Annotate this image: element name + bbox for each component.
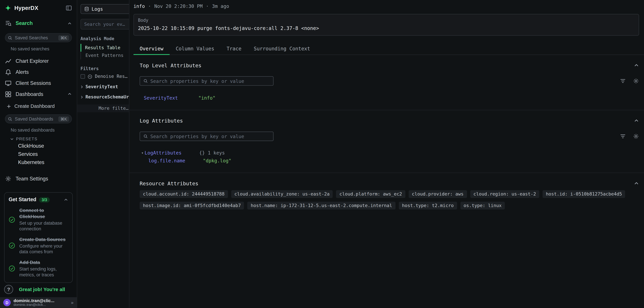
- denoise-label: Denoise Results: [95, 74, 129, 79]
- event-search-input[interactable]: [80, 19, 129, 30]
- preset-clickhouse[interactable]: ClickHouse: [0, 142, 77, 150]
- chevron-up-icon[interactable]: [68, 92, 72, 96]
- chevron-up-icon[interactable]: [634, 63, 639, 68]
- property-search[interactable]: [140, 132, 274, 141]
- database-icon: [84, 6, 89, 11]
- attribute-row: log.file.name "dpkg.log": [140, 158, 639, 163]
- saved-searches-search[interactable]: ⌘K: [5, 33, 72, 42]
- filter-lines-icon[interactable]: [620, 133, 626, 140]
- saved-searches-input[interactable]: [15, 35, 56, 40]
- resource-chip[interactable]: host.type: t2.micro: [399, 202, 457, 210]
- body-content: 2025-10-22 10:15:09 purge fonts-dejavu-c…: [138, 25, 634, 31]
- resource-chip[interactable]: cloud.provider: aws: [408, 190, 467, 198]
- denoise-checkbox[interactable]: [80, 74, 85, 79]
- tree-collapse-icon[interactable]: ▾: [141, 151, 144, 155]
- property-search-input[interactable]: [150, 78, 270, 84]
- resource-chip[interactable]: host.name: ip-172-31-12-5.us-east-2.comp…: [247, 202, 396, 210]
- filter-group-resourceschemaurl[interactable]: ResourceSchemaUrl: [80, 94, 129, 100]
- property-search[interactable]: [140, 76, 274, 86]
- attribute-key[interactable]: SeverityText: [144, 95, 198, 101]
- relative-time: 3m ago: [212, 3, 229, 9]
- more-filters-button[interactable]: More filters: [77, 104, 129, 112]
- chevron-up-icon[interactable]: [64, 197, 68, 202]
- resource-chip[interactable]: os.type: linux: [460, 202, 505, 210]
- event-search: [80, 19, 129, 30]
- collapse-sidebar-icon[interactable]: [66, 5, 72, 11]
- search-config-panel: Logs Analysis Mode Results Table Event P…: [77, 0, 129, 308]
- dashboards-grid-icon: [5, 91, 12, 97]
- get-started-item-add-data[interactable]: Add Data Start sending logs, metrics, or…: [8, 260, 68, 278]
- sidebar: HyperDX Search ⌘K No saved searches: [0, 0, 77, 308]
- source-selector-button[interactable]: Logs: [80, 4, 129, 14]
- resource-chips-row: host.image.id: ami-0f5fcdfbd140e4ab7 hos…: [140, 202, 639, 210]
- sidebar-item-client-sessions[interactable]: Client Sessions: [0, 78, 77, 89]
- body-panel: Body 2025-10-22 10:15:09 purge fonts-dej…: [134, 14, 639, 36]
- congrats-text: Great job! You're all: [19, 287, 65, 292]
- sidebar-item-chart-explorer[interactable]: Chart Explorer: [0, 55, 77, 66]
- filter-group-severitytext[interactable]: SeverityText: [80, 84, 129, 89]
- saved-dashboards-input[interactable]: [15, 117, 56, 121]
- chevron-down-icon: [10, 137, 14, 141]
- gear-icon[interactable]: [633, 78, 639, 84]
- tab-trace[interactable]: Trace: [220, 44, 248, 55]
- section-title: Top Level Attributes: [140, 62, 202, 68]
- sidebar-item-dashboards[interactable]: Dashboards: [0, 89, 77, 100]
- get-started-header[interactable]: Get Started 3/3: [8, 197, 68, 202]
- property-search-input[interactable]: [150, 134, 270, 139]
- section-title: Log Attributes: [140, 118, 183, 124]
- resource-chip[interactable]: host.id: i-0510b81275acbe4d5: [542, 190, 625, 198]
- chevron-up-icon[interactable]: [634, 118, 639, 123]
- user-menu[interactable]: D dominic.tran@clic... dominic.tran@clic…: [0, 297, 77, 308]
- preset-services[interactable]: Services: [0, 150, 77, 158]
- gear-icon: [5, 175, 12, 182]
- app-title: HyperDX: [14, 5, 38, 11]
- shortcut-badge: ⌘K: [58, 35, 69, 40]
- resource-chip[interactable]: host.image.id: ami-0f5fcdfbd140e4ab7: [140, 202, 244, 210]
- get-started-item-sources[interactable]: Create Data Sources Configure where your…: [8, 237, 68, 255]
- source-label: Logs: [92, 6, 103, 12]
- resource-chip[interactable]: cloud.availability_zone: us-east-2a: [231, 190, 333, 198]
- hyperdx-logo-icon: [5, 5, 11, 11]
- denoise-icon: [88, 74, 92, 79]
- section-top-level-attributes: Top Level Attributes: [134, 55, 639, 102]
- analysis-mode-event-patterns[interactable]: Event Patterns: [81, 52, 129, 60]
- preset-kubernetes[interactable]: Kubernetes: [0, 158, 77, 166]
- tab-column-values[interactable]: Column Values: [170, 44, 220, 55]
- sidebar-item-alerts[interactable]: Alerts: [0, 66, 77, 78]
- tree-root-key[interactable]: LogAttributes: [144, 150, 199, 156]
- check-circle-icon: [8, 265, 15, 272]
- attribute-key[interactable]: log.file.name: [148, 158, 203, 163]
- get-started-item-connect[interactable]: Connect to ClickHouse Set up your databa…: [8, 207, 68, 232]
- tab-surrounding-context[interactable]: Surrounding Context: [248, 44, 316, 55]
- chevron-up-icon[interactable]: [68, 21, 72, 26]
- denoise-results-toggle[interactable]: Denoise Results: [80, 74, 129, 79]
- no-saved-searches-note: No saved searches: [11, 46, 77, 51]
- attribute-value[interactable]: "info": [198, 95, 216, 101]
- chevron-right-icon: [80, 95, 84, 99]
- resource-chip[interactable]: cloud.platform: aws_ec2: [336, 190, 405, 198]
- sidebar-item-team-settings[interactable]: Team Settings: [0, 173, 77, 184]
- gear-icon[interactable]: [633, 133, 639, 140]
- presets-toggle[interactable]: PRESETS: [0, 133, 77, 142]
- braces-glyph: {}: [199, 150, 205, 156]
- tab-overview[interactable]: Overview: [134, 44, 170, 55]
- progress-badge: 3/3: [39, 197, 50, 202]
- monitor-icon: [5, 80, 12, 86]
- saved-dashboards-search[interactable]: ⌘K: [5, 114, 72, 123]
- analysis-mode-list: Results Table Event Patterns: [80, 44, 129, 59]
- congrats-row: ? Great job! You're all: [0, 285, 77, 297]
- chevron-double-right-icon: »: [71, 300, 74, 305]
- help-button[interactable]: ?: [4, 285, 13, 294]
- resource-chip[interactable]: cloud.region: us-east-2: [470, 190, 539, 198]
- sidebar-item-search[interactable]: Search: [0, 17, 77, 30]
- user-name: dominic.tran@clic...: [14, 299, 54, 303]
- resource-chip[interactable]: cloud.account.id: 244449518788: [140, 190, 228, 198]
- create-dashboard-button[interactable]: Create Dashboard: [0, 101, 77, 111]
- severity-level: info: [134, 3, 145, 9]
- filter-lines-icon[interactable]: [620, 78, 626, 84]
- log-attributes-root-row: ▾ LogAttributes {} 1 keys: [140, 150, 639, 156]
- search-icon: [144, 134, 148, 139]
- analysis-mode-results-table[interactable]: Results Table: [80, 44, 129, 52]
- chevron-up-icon[interactable]: [634, 181, 639, 186]
- attribute-value[interactable]: "dpkg.log": [203, 158, 232, 163]
